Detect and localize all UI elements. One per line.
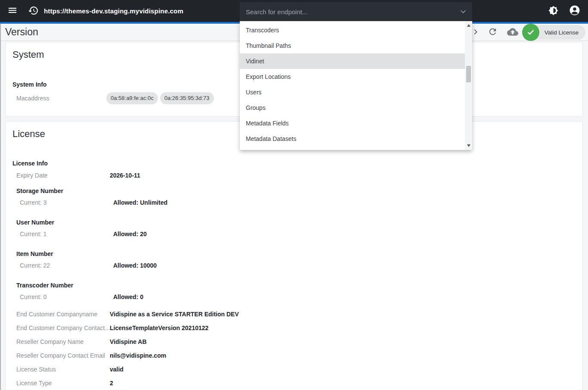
- refresh-icon: [488, 27, 498, 38]
- counter-allowed: Allowed: 0: [113, 293, 143, 301]
- detail-label: License Status: [16, 365, 110, 374]
- counter-current: Current: 1: [20, 230, 113, 238]
- chevron-down-icon[interactable]: [459, 8, 467, 16]
- account-button[interactable]: [569, 6, 580, 17]
- dropdown-item-transcoders[interactable]: Transcoders: [240, 22, 465, 38]
- detail-value: valid: [110, 365, 124, 374]
- cloud-upload-button[interactable]: [508, 27, 518, 37]
- dropdown-item-metadata-datasets[interactable]: Metadata Datasets: [240, 131, 465, 147]
- scrollbar-thumb[interactable]: [466, 66, 471, 82]
- detail-row: Reseller Company Contact Email nils@vidi…: [12, 351, 576, 360]
- counter-allowed: Allowed: 20: [113, 230, 147, 238]
- refresh-button[interactable]: [488, 27, 498, 37]
- detail-label: Reseller Company Name: [16, 337, 110, 346]
- detail-label: Reseller Company Contact Email: [16, 351, 110, 360]
- dropdown-item-vidinet[interactable]: Vidinet: [240, 53, 465, 69]
- license-details: End Customer Companyname Vidispine as a …: [12, 310, 576, 387]
- detail-row: Reseller Company Name Vidispine AB: [12, 337, 576, 346]
- endpoint-search-box: [240, 2, 472, 21]
- current-url: https://themes-dev.staging.myvidispine.c…: [44, 7, 183, 15]
- detail-label: End Customer Companyname: [16, 310, 110, 318]
- counter-row: Current: 3 Allowed: Unlimited: [12, 198, 576, 207]
- counter-current: Current: 22: [20, 261, 113, 270]
- detail-row: License Status valid: [12, 365, 576, 374]
- counter-row: Current: 1 Allowed: 20: [12, 230, 576, 238]
- license-status-badge: Valid License: [523, 25, 585, 40]
- license-info-group-label: License Info: [12, 159, 576, 168]
- dropdown-scrollbar[interactable]: [465, 21, 472, 150]
- page-title: Version: [5, 26, 38, 38]
- scroll-down-icon[interactable]: [467, 144, 470, 147]
- expiry-date-value: 2026-10-11: [110, 171, 140, 180]
- scroll-up-icon[interactable]: [467, 24, 470, 27]
- detail-value: Vidispine as a Service STARTER Edition D…: [110, 310, 239, 318]
- counter-allowed: Allowed: 10000: [113, 261, 157, 270]
- detail-row: End Customer Companyname Vidispine as a …: [12, 310, 576, 318]
- menu-button[interactable]: [7, 6, 18, 17]
- dropdown-item-users[interactable]: Users: [240, 84, 465, 100]
- counter-row: Current: 22 Allowed: 10000: [12, 261, 576, 270]
- history-clock-icon: [28, 5, 39, 17]
- license-card: License License Info Expiry Date 2026-10…: [5, 121, 583, 390]
- counter-allowed: Allowed: Unlimited: [113, 198, 167, 207]
- detail-value: Vidispine AB: [110, 337, 147, 346]
- account-circle-icon: [569, 5, 580, 17]
- detail-label: License Type: [16, 379, 110, 387]
- counter-current: Current: 3: [20, 198, 113, 207]
- macaddress-chips: 0a:58:a9:fe:ac:0c 0a:26:35:95:3d:73: [106, 92, 214, 104]
- dropdown-item-groups[interactable]: Groups: [240, 100, 465, 115]
- counter-group-label: Item Number: [16, 250, 576, 258]
- expiry-date-row: Expiry Date 2026-10-11: [12, 171, 576, 180]
- dropdown-item-thumbnail-paths[interactable]: Thumbnail Paths: [240, 38, 465, 53]
- macaddress-label: Macaddress: [16, 94, 110, 103]
- theme-toggle-button[interactable]: [548, 6, 559, 17]
- detail-label: End Customer Company Contact...: [16, 324, 110, 332]
- counter-group-label: User Number: [16, 218, 576, 227]
- detail-row: End Customer Company Contact... LicenseT…: [12, 324, 576, 332]
- license-badge-label: Valid License: [545, 29, 579, 36]
- macaddress-chip: 0a:26:35:95:3d:73: [160, 92, 214, 104]
- macaddress-chip: 0a:58:a9:fe:ac:0c: [106, 92, 158, 104]
- dropdown-item-metadata-fields[interactable]: Metadata Fields: [240, 115, 465, 131]
- counter-group-label: Storage Number: [16, 187, 576, 195]
- dropdown-item-export-locations[interactable]: Export Locations: [240, 69, 465, 84]
- expiry-date-label: Expiry Date: [16, 171, 110, 180]
- toolbar-actions: Valid License: [468, 24, 585, 41]
- detail-row: License Type 2: [12, 379, 576, 387]
- detail-value: 2: [110, 379, 113, 387]
- history-button[interactable]: [28, 6, 39, 17]
- counter-group-label: Transcoder Number: [16, 281, 576, 290]
- window-edge-line: [0, 24, 1, 390]
- detail-value: nils@vidispine.com: [110, 351, 166, 360]
- endpoint-dropdown: Transcoders Thumbnail Paths Vidinet Expo…: [240, 21, 472, 150]
- endpoint-search-input[interactable]: [246, 8, 459, 16]
- cloud-upload-icon: [507, 26, 518, 39]
- counter-row: Current: 0 Allowed: 0: [12, 293, 576, 301]
- hamburger-icon: [7, 5, 18, 17]
- check-icon: [522, 24, 539, 41]
- counter-current: Current: 0: [20, 293, 113, 301]
- brightness-icon: [548, 6, 558, 17]
- detail-value: LicenseTemplateVersion 20210122: [110, 324, 208, 332]
